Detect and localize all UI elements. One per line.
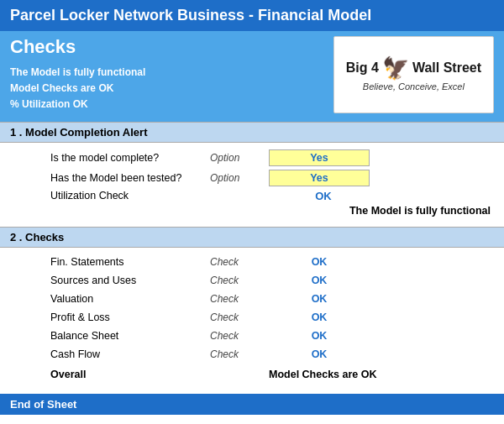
- dropdown-value: Yes: [310, 172, 328, 184]
- option-text: Check: [210, 293, 239, 305]
- option-text: Check: [210, 311, 239, 323]
- section1-body: Is the model complete? Option Yes Has th…: [0, 143, 504, 227]
- row-value: OK: [269, 311, 378, 323]
- row-label: Fin. Statements: [50, 256, 210, 268]
- logo-box: Big 4 🦅 Wall Street Believe, Conceive, E…: [333, 36, 494, 113]
- section1-header: 1 . Model Completion Alert: [0, 122, 504, 143]
- ok-value: OK: [269, 275, 370, 286]
- overall-label-text: Overall: [50, 369, 86, 380]
- section1-title: 1 . Model Completion Alert: [10, 126, 147, 139]
- row-value: Yes: [269, 170, 378, 186]
- util-ok-text: OK: [273, 190, 374, 202]
- ok-value: OK: [269, 330, 370, 342]
- row-label-text: Has the Model been tested?: [50, 172, 181, 184]
- logo-top: Big 4 🦅 Wall Street: [346, 57, 481, 79]
- table-row: Valuation Check OK: [0, 290, 504, 308]
- row-option: Check: [210, 330, 269, 342]
- option-text: Check: [210, 275, 239, 286]
- section2-title: 2 . Checks: [10, 231, 64, 243]
- ok-value: OK: [269, 348, 370, 360]
- util-value: OK: [269, 190, 378, 202]
- row-option: Check: [210, 275, 269, 286]
- checks-header: Checks The Model is fully functional Mod…: [0, 31, 504, 122]
- option-text: Check: [210, 330, 239, 342]
- status-line-3: % Utilization OK: [10, 97, 333, 113]
- dropdown-yes-1[interactable]: Yes: [269, 149, 370, 166]
- row-label-text: Valuation: [50, 293, 93, 305]
- ok-value: OK: [269, 256, 370, 268]
- end-label: End of Sheet: [10, 398, 76, 411]
- model-functional-row: The Model is fully functional: [0, 204, 504, 220]
- row-label-text: Cash Flow: [50, 348, 100, 360]
- row-label: Profit & Loss: [50, 311, 210, 323]
- fully-functional-note: The Model is fully functional: [50, 205, 491, 217]
- header-title: Parcel Locker Network Business - Financi…: [10, 7, 371, 24]
- row-option: Option: [210, 152, 269, 164]
- option-text: Check: [210, 256, 239, 268]
- ok-value: OK: [269, 293, 370, 305]
- overall-value: Model Checks are OK: [269, 369, 378, 380]
- overall-label: Overall: [50, 369, 210, 380]
- row-value: OK: [269, 330, 378, 342]
- eagle-icon: 🦅: [382, 57, 409, 79]
- row-label-text: Sources and Uses: [50, 275, 136, 286]
- ok-value: OK: [269, 311, 370, 323]
- row-option: Option: [210, 172, 269, 184]
- table-row: Sources and Uses Check OK: [0, 271, 504, 290]
- row-label: Sources and Uses: [50, 275, 210, 286]
- util-label-text: Utilization Check: [50, 190, 129, 202]
- status-line-2: Model Checks are OK: [10, 81, 333, 97]
- option-text: Check: [210, 348, 239, 360]
- checks-title: Checks: [10, 36, 333, 58]
- row-value: Yes: [269, 149, 378, 166]
- dropdown-yes-2[interactable]: Yes: [269, 170, 370, 186]
- row-option: Check: [210, 293, 269, 305]
- section2-body: Fin. Statements Check OK Sources and Use…: [0, 248, 504, 390]
- overall-row: Overall Model Checks are OK: [0, 365, 504, 384]
- table-row: Balance Sheet Check OK: [0, 327, 504, 345]
- section2-header: 2 . Checks: [0, 227, 504, 248]
- row-value: OK: [269, 293, 378, 305]
- overall-value-text: Model Checks are OK: [269, 369, 377, 380]
- end-of-sheet: End of Sheet: [0, 394, 504, 415]
- table-row: Is the model complete? Option Yes: [0, 148, 504, 168]
- row-label: Balance Sheet: [50, 330, 210, 342]
- page-title: Parcel Locker Network Business - Financi…: [0, 0, 504, 31]
- row-label: Is the model complete?: [50, 152, 210, 164]
- checks-status: The Model is fully functional Model Chec…: [10, 65, 333, 113]
- option-text: Option: [210, 172, 239, 184]
- row-option: Check: [210, 256, 269, 268]
- table-row: Profit & Loss Check OK: [0, 308, 504, 327]
- util-label: Utilization Check: [50, 190, 269, 202]
- row-option: Check: [210, 311, 269, 323]
- row-value: OK: [269, 256, 378, 268]
- dropdown-value: Yes: [310, 152, 328, 164]
- checks-left: Checks The Model is fully functional Mod…: [10, 36, 333, 113]
- row-label-text: Balance Sheet: [50, 330, 118, 342]
- row-label-text: Is the model complete?: [50, 152, 159, 164]
- row-label: Has the Model been tested?: [50, 172, 210, 184]
- row-option: Check: [210, 348, 269, 360]
- row-value: OK: [269, 348, 378, 360]
- status-line-1: The Model is fully functional: [10, 65, 333, 81]
- row-label-text: Fin. Statements: [50, 256, 124, 268]
- logo-left-text: Big 4: [346, 60, 379, 76]
- table-row: Has the Model been tested? Option Yes: [0, 168, 504, 188]
- table-row: Cash Flow Check OK: [0, 345, 504, 364]
- row-label: Cash Flow: [50, 348, 210, 360]
- table-row: Fin. Statements Check OK: [0, 253, 504, 271]
- logo-right-text: Wall Street: [412, 60, 481, 76]
- row-label-text: Profit & Loss: [50, 311, 110, 323]
- row-label: Valuation: [50, 293, 210, 305]
- logo-tagline: Believe, Conceive, Excel: [363, 81, 465, 92]
- table-row: Utilization Check OK: [0, 188, 504, 204]
- row-value: OK: [269, 275, 378, 286]
- option-text: Option: [210, 152, 239, 164]
